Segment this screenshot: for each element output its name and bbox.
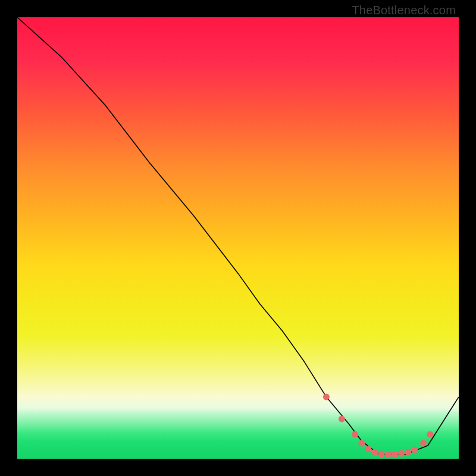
marker-dot: [385, 451, 392, 458]
marker-dot: [365, 446, 371, 452]
marker-dot: [323, 394, 330, 400]
marker-dot: [352, 431, 358, 438]
marker-dot: [411, 447, 418, 453]
marker-dot: [372, 449, 378, 455]
chart-container: TheBottleneck.com: [0, 0, 476, 476]
attribution-text: TheBottleneck.com: [352, 4, 456, 17]
marker-dot: [398, 450, 405, 457]
marker-dot: [427, 431, 433, 438]
marker-dot: [378, 450, 385, 457]
marker-dot: [420, 440, 427, 447]
curve-line: [17, 17, 459, 455]
curve-overlay: [0, 0, 476, 476]
marker-dot: [392, 451, 398, 458]
marker-dot: [339, 416, 345, 422]
marker-dot: [405, 449, 411, 455]
marker-dot: [358, 440, 365, 447]
